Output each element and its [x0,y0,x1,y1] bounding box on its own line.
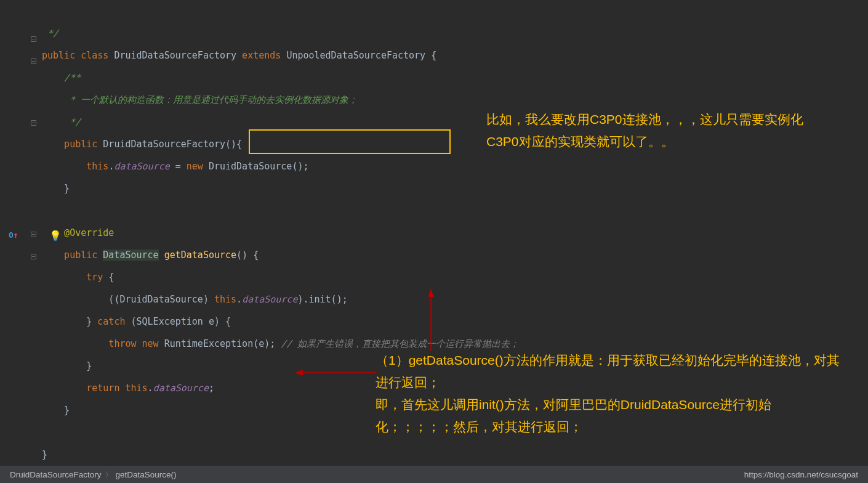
code-line: public class DruidDataSourceFactory exte… [42,50,436,61]
code-line: @Override [42,227,114,238]
code-line: return this.dataSource; [42,383,214,394]
annotation-text: 比如，我么要改用C3P0连接池，，，这儿只需要实例化C3P0对应的实现类就可以了… [486,108,831,153]
code-line: } catch (SQLException e) { [42,316,231,327]
breadcrumb-item[interactable]: DruidDataSourceFactory [10,470,102,479]
annotation-text: （1）getDataSource()方法的作用就是：用于获取已经初始化完毕的连接… [376,349,843,438]
status-bar: DruidDataSourceFactory 〉 getDataSource()… [0,466,868,483]
chevron-right-icon: 〉 [105,470,112,479]
code-line: * 一个默认的构造函数：用意是通过代码手动的去实例化数据源对象； [42,94,358,105]
code-line: } [42,183,70,194]
code-line: public DataSource getDataSource() { [42,250,259,261]
code-line: this.dataSource = new DruidDataSource(); [42,161,309,172]
code-line: } [42,405,70,416]
code-line: /** [42,72,81,83]
code-line: } [42,360,92,371]
code-line: try { [42,272,114,283]
watermark-text: https://blog.csdn.net/csucsgoat [744,470,858,479]
breadcrumb-item[interactable]: getDataSource() [116,470,177,479]
code-line: */ [42,28,58,39]
highlight-box [249,129,451,154]
override-gutter-icon[interactable]: O↑ [9,230,18,240]
code-line: public DruidDataSourceFactory(){ [42,139,242,150]
code-line: */ [42,116,81,128]
code-line: } [42,449,47,460]
gutter: 💡 O↑ [0,0,25,466]
code-editor[interactable]: 💡 O↑ */ public class DruidDataSourceFact… [0,0,868,466]
code-line: throw new RuntimeException(e); // 如果产生错误… [42,338,519,349]
code-line: ((DruidDataSource) this.dataSource).init… [42,294,348,305]
